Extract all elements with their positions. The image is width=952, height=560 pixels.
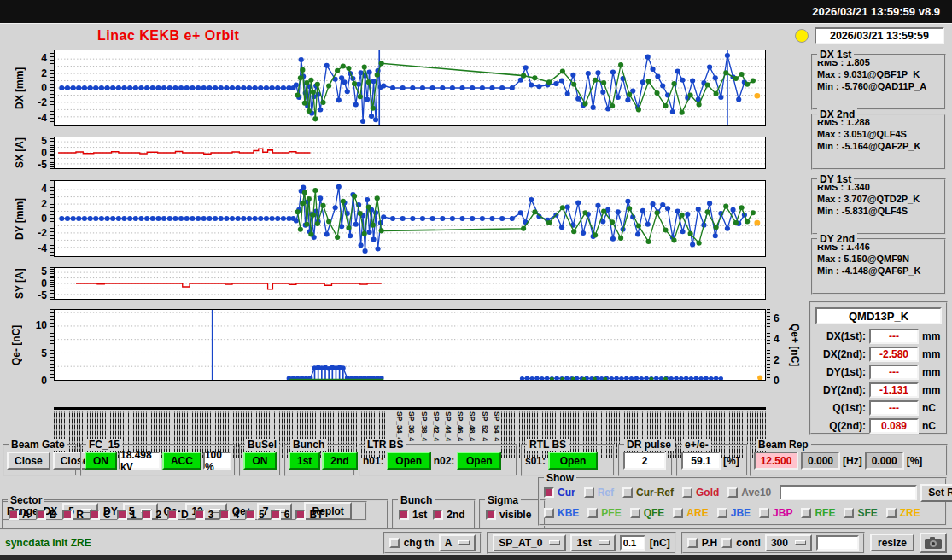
- sector-checkbox[interactable]: [9, 510, 19, 520]
- sector-item: 4: [219, 509, 239, 521]
- sector-checkbox[interactable]: [62, 510, 73, 520]
- sector-checkbox[interactable]: [36, 510, 46, 520]
- sp-select-dropdown[interactable]: SP_AT_0: [493, 534, 566, 551]
- extra-input[interactable]: [816, 535, 859, 551]
- show-layer-checkbox[interactable]: [544, 487, 554, 498]
- axis-tick-label: -5: [38, 289, 47, 301]
- sector-item-label: 1: [131, 509, 137, 521]
- fc15-title: FC_15: [86, 439, 122, 451]
- show-ring-label: PFE: [601, 507, 621, 519]
- axis-tick-label: -2: [38, 96, 47, 108]
- show-layer-checkbox[interactable]: [584, 487, 594, 498]
- show-ring-checkbox[interactable]: [801, 508, 811, 518]
- show-ring-checkbox[interactable]: [673, 508, 683, 518]
- bunch-select-dropdown[interactable]: 1st: [570, 534, 615, 551]
- axis-tick-label: 0: [41, 213, 47, 225]
- sector-item: D: [167, 509, 189, 521]
- charge-threshold-input[interactable]: [620, 535, 645, 551]
- rtl-s01-open-button[interactable]: Open: [548, 452, 598, 470]
- show-layer-label: Cur: [558, 487, 575, 499]
- sector-item: 2: [142, 509, 161, 521]
- show-ring-item: SFE: [844, 507, 877, 519]
- set-ref-button[interactable]: Set Ref: [920, 484, 952, 502]
- sector-item: B: [36, 509, 57, 521]
- sector-checkbox[interactable]: [219, 510, 230, 520]
- beam-rep-title: Beam Rep: [756, 439, 811, 451]
- sector-item: 5: [245, 509, 265, 521]
- resize-button[interactable]: resize: [870, 534, 914, 551]
- sector-checkbox[interactable]: [142, 510, 152, 520]
- show-ring-checkbox[interactable]: [630, 508, 640, 518]
- bpm-name-label: SP_46_4: [456, 411, 464, 441]
- count-select-dropdown[interactable]: 300: [765, 534, 812, 551]
- sector-checkbox[interactable]: [195, 510, 205, 520]
- charge-chart: [54, 309, 766, 381]
- sector-checkbox[interactable]: [117, 510, 127, 520]
- sector-checkbox[interactable]: [167, 510, 178, 520]
- show-layer-label: Ref: [598, 487, 614, 499]
- ltr-n02-label: n02:: [434, 455, 455, 467]
- rtl-s01-label: s01:: [525, 455, 546, 467]
- axis-tick-label: -2: [38, 227, 47, 239]
- qe-minus-axis-label: Qe- [nC]: [10, 309, 22, 381]
- camera-icon: [925, 537, 942, 549]
- qmd-row-value: -1.131: [869, 382, 919, 398]
- sector-item: 6: [271, 509, 290, 521]
- bunch-checkbox[interactable]: [433, 510, 443, 520]
- sector-item: R: [62, 509, 84, 521]
- beam-gate-close-button-1[interactable]: Close: [7, 452, 50, 470]
- show-layer-checkbox[interactable]: [682, 487, 692, 498]
- sector-checkbox[interactable]: [90, 510, 100, 520]
- axis-tick-label: -4: [38, 242, 47, 254]
- show-ring-checkbox[interactable]: [544, 508, 554, 518]
- bpm-name-label: SP_54_4: [493, 411, 501, 441]
- show-ring-label: SFE: [857, 507, 877, 519]
- eplus-eminus-unit: [%]: [723, 455, 739, 467]
- fc15-on-button[interactable]: ON: [85, 452, 117, 470]
- show-ring-checkbox[interactable]: [886, 508, 897, 518]
- bunch-checkbox[interactable]: [399, 510, 409, 520]
- sigma-visible-checkbox[interactable]: [486, 510, 496, 520]
- show-layer-checkbox[interactable]: [622, 487, 633, 498]
- ltr-n01-open-button[interactable]: Open: [387, 452, 431, 470]
- beam-rep-frame: Beam Rep 12.500 0.000 [Hz] 0.000 [%]: [750, 444, 948, 476]
- qmd-row-value: ---: [869, 400, 919, 416]
- screenshot-button[interactable]: [920, 533, 947, 553]
- qmd-row: DX(2nd): -2.580 mm: [815, 345, 943, 363]
- busel-on-button[interactable]: ON: [243, 452, 277, 470]
- bunch-2nd-button[interactable]: 2nd: [322, 452, 357, 470]
- sigma-title: Sigma: [485, 494, 521, 506]
- chg-th-checkbox[interactable]: [389, 538, 400, 548]
- stats-box-title: DX 1st: [817, 49, 854, 61]
- sector-checkbox[interactable]: [295, 510, 306, 520]
- ref-name-input[interactable]: [780, 485, 917, 500]
- sector-item-label: 4: [233, 509, 239, 521]
- ltr-n02-open-button[interactable]: Open: [457, 452, 501, 470]
- show-ring-label: KBE: [558, 507, 579, 519]
- show-ring-checkbox[interactable]: [587, 508, 598, 518]
- conti-checkbox[interactable]: [721, 538, 732, 548]
- show-ring-checkbox[interactable]: [717, 508, 727, 518]
- show-layer-item: Gold: [682, 487, 719, 499]
- chg-th-group: chg th A: [383, 532, 482, 554]
- show-ring-checkbox[interactable]: [759, 508, 769, 518]
- beam-gate-frame: Beam Gate Close Close: [3, 444, 77, 476]
- dy-axis-label: DY [mm]: [14, 180, 26, 257]
- th-select-dropdown[interactable]: A: [439, 534, 476, 551]
- show-layer-checkbox[interactable]: [727, 487, 738, 498]
- show-layer-item: Ave10: [727, 487, 771, 499]
- stats-box-title: DY 1st: [817, 173, 854, 185]
- fc15-acc-button[interactable]: ACC: [162, 452, 201, 470]
- ph-checkbox[interactable]: [687, 538, 698, 548]
- stats-min: Min : -5.760@QAD11P_A: [813, 79, 944, 91]
- sector-item: BT: [295, 509, 323, 521]
- show-ring-checkbox[interactable]: [844, 508, 854, 518]
- qmd-row-label: DY(1st):: [815, 366, 866, 378]
- qe-plus-axis-label: Qe+ [nC]: [789, 309, 801, 381]
- bunch-1st-button[interactable]: 1st: [289, 452, 320, 470]
- sector-checkbox[interactable]: [271, 510, 281, 520]
- bunch-select-title: Bunch: [398, 494, 435, 506]
- bpm-name-label: SP_44_4: [444, 411, 453, 441]
- bpm-name-label: SP_48_4: [468, 411, 476, 441]
- sector-checkbox[interactable]: [245, 510, 255, 520]
